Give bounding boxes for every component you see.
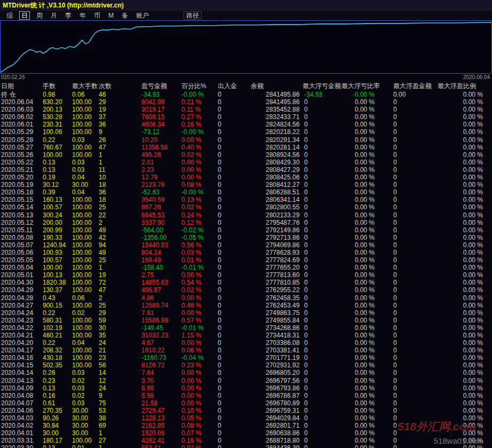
menu-item-季[interactable]: 季: [64, 12, 73, 19]
table-row[interactable]: 2020.06.03200.13100.00193019.170.11 %028…: [0, 106, 492, 113]
table-cell: 0: [304, 361, 308, 369]
table-cell: 2020.06.03: [1, 106, 33, 113]
table-cell: 0.00 %: [332, 106, 375, 113]
table-cell: 2802133.29: [266, 211, 299, 219]
table-row[interactable]: 2020.04.29130.37100.0047496.870.02 %0276…: [0, 286, 492, 294]
table-row[interactable]: 2020.05.14100.57100.0025667.260.02 %0280…: [0, 203, 492, 211]
menu-item-path[interactable]: 路径: [184, 11, 202, 20]
table-row[interactable]: 2020.04.27900.15100.002512589.740.46 %02…: [0, 302, 492, 309]
table-row[interactable]: 2020.05.280.220.032610.200.00 %02820291.…: [0, 136, 492, 144]
table-cell: 0: [218, 219, 221, 226]
table-cell: -1356.00: [141, 234, 166, 241]
table-row[interactable]: 2020.05.04100.00100.001-158.40-0.01 %027…: [0, 264, 492, 271]
table-row[interactable]: 2020.04.21460.21100.003531032.231.15 %02…: [0, 332, 492, 339]
table-row[interactable]: 2020.05.1930.1230.00182123.760.08 %02808…: [0, 181, 492, 188]
table-cell: 0.00 %: [440, 226, 483, 234]
table-row[interactable]: 2020.04.080.160.0295.980.00 %02696786.87…: [0, 392, 492, 399]
table-row[interactable]: 2020.04.070.610.037521.580.00 %02696780.…: [0, 399, 492, 407]
table-row[interactable]: 2020.05.01100.13100.00192.750.00 %027778…: [0, 271, 492, 279]
table-row[interactable]: 2020.04.15502.35100.00566126.720.23 %027…: [0, 361, 492, 369]
table-row[interactable]: 2020.06.04630.20100.00296042.980.21 %028…: [0, 98, 492, 106]
table-cell: 0: [218, 279, 221, 286]
table-row[interactable]: 2020.06.02530.28100.00377609.150.27 %028…: [0, 113, 492, 121]
menu-item-年[interactable]: 年: [78, 12, 88, 19]
table-row[interactable]: 2020.04.17208.32100.00211610.220.06 %027…: [0, 347, 492, 354]
table-cell: 0.04: [72, 339, 84, 347]
table-row[interactable]: 2020.05.12200.00100.0023337.900.12 %0279…: [0, 219, 492, 226]
table-row[interactable]: 2020.04.280.430.0624.860.00 %02762458.35…: [0, 294, 492, 302]
table-row[interactable]: 持 仓0.980.0646-34.93-0.00 %02841495.86-34…: [0, 91, 492, 98]
table-row[interactable]: 2020.05.06100.93100.0049804.240.03 %0277…: [0, 249, 492, 256]
table-cell: 0: [393, 106, 397, 113]
table-cell: 69: [99, 422, 106, 429]
table-row[interactable]: 2020.04.130.230.02123.700.00 %02696797.5…: [0, 377, 492, 384]
table-cell: 38: [99, 414, 106, 422]
table-cell: 100.00: [72, 256, 92, 264]
table-cell: 0.00 %: [181, 339, 201, 347]
table-cell: 0: [393, 211, 397, 219]
table-row[interactable]: 2020.03.31180.17100.00274282.410.16 %026…: [0, 437, 492, 444]
table-cell: 0.46 %: [181, 302, 201, 309]
table-row[interactable]: 2020.04.301820.38100.007214855.630.54 %0…: [0, 279, 492, 286]
table-row[interactable]: 2020.04.240.220.02297.910.00 %02749863.7…: [0, 309, 492, 317]
table-row[interactable]: 2020.05.15160.13100.00183540.590.13 %028…: [0, 196, 492, 203]
table-cell: 19: [99, 106, 106, 113]
menu-item-M[interactable]: M: [107, 12, 115, 19]
table-row[interactable]: 2020.05.200.190.041012.790.00 %02808425.…: [0, 174, 492, 181]
table-cell: -0.05 %: [181, 234, 203, 241]
menu-item-周[interactable]: 周: [35, 12, 44, 19]
table-cell: 0.00 %: [440, 286, 483, 294]
table-cell: 2020.04.01: [1, 429, 33, 437]
table-row[interactable]: 2020.04.140.260.03147.640.00 %02696805.2…: [0, 369, 492, 376]
table-cell: 0: [393, 264, 397, 271]
table-row[interactable]: 2020.05.210.130.03112.230.00 %02808427.2…: [0, 166, 492, 174]
menu-item-备[interactable]: 备: [120, 12, 130, 19]
table-row[interactable]: 2020.05.180.390.0436-52.63-0.00 %0280628…: [0, 188, 492, 196]
table-cell: 0.08 %: [181, 181, 201, 188]
table-cell: 0: [304, 211, 308, 219]
table-cell: 25: [99, 256, 106, 264]
table-row[interactable]: 2020.03.300.130.011553.410.02 %02684436.…: [0, 444, 492, 448]
table-row[interactable]: 2020.05.071240.94100.009415440.930.56 %0…: [0, 241, 492, 249]
table-row[interactable]: 2020.04.06270.3530.00532729.470.10 %0269…: [0, 407, 492, 414]
table-cell: 3.70: [141, 377, 154, 384]
table-row[interactable]: 2020.06.01230.31100.00364606.340.16 %028…: [0, 121, 492, 128]
menu-item-账户[interactable]: 账户: [134, 12, 150, 19]
table-row[interactable]: 2020.04.22102.19100.0030-149.45-0.01 %02…: [0, 324, 492, 332]
menu-item-月[interactable]: 月: [49, 12, 59, 19]
table-cell: 0.00 %: [440, 339, 483, 347]
table-cell: -0.02 %: [181, 226, 203, 234]
table-cell: 0.00 %: [440, 91, 483, 98]
menu-item-日[interactable]: 日: [19, 11, 30, 20]
table-cell: 2020.05.18: [1, 188, 33, 196]
table-row[interactable]: 2020.05.29100.06100.009-73.12-0.00 %0282…: [0, 128, 492, 136]
table-row[interactable]: 2020.04.23580.31100.005915586.980.57 %02…: [0, 317, 492, 324]
table-cell: 2692801.71: [266, 422, 299, 429]
table-row[interactable]: 2020.04.16430.18100.0023-1160.73-0.04 %0…: [0, 354, 492, 361]
table-cell: 0.40 %: [181, 144, 201, 151]
menu-item-综[interactable]: 综: [5, 12, 14, 19]
table-cell: 4.67: [141, 339, 154, 347]
table-cell: 30.00: [72, 429, 88, 437]
table-row[interactable]: 2020.05.08190.33100.0042-1356.00-0.05 %0…: [0, 234, 492, 241]
table-row[interactable]: 2020.05.27760.67100.004711356.580.40 %02…: [0, 144, 492, 151]
table-cell: 0: [218, 444, 221, 448]
table-row[interactable]: 2020.05.05100.57100.0025169.490.01 %0277…: [0, 256, 492, 264]
table-cell: 2020.05.21: [1, 166, 33, 174]
table-row[interactable]: 2020.05.11200.99100.0049-564.00-0.02 %02…: [0, 226, 492, 234]
table-row[interactable]: 2020.05.26100.00100.001495.260.02 %02808…: [0, 151, 492, 159]
table-cell: 2020.05.14: [1, 203, 33, 211]
table-cell: 0.06: [72, 294, 84, 302]
table-cell: 0.06: [72, 91, 84, 98]
table-cell: 2696805.20: [266, 369, 299, 376]
table-cell: 37: [99, 113, 106, 121]
table-cell: 0.11 %: [181, 106, 201, 113]
table-row[interactable]: 2020.04.090.130.03246.990.00 %02696793.8…: [0, 384, 492, 392]
menu-item-币[interactable]: 币: [92, 12, 102, 19]
table-cell: 0: [304, 144, 308, 151]
table-cell: 0.16: [43, 392, 55, 399]
table-row[interactable]: 2020.05.220.130.0312.010.00 %02808429.30…: [0, 159, 492, 166]
table-row[interactable]: 2020.04.200.220.04244.670.00 %02703386.0…: [0, 339, 492, 347]
table-row[interactable]: 2020.05.13300.24100.00226645.530.24 %028…: [0, 211, 492, 219]
table-cell: 0.00 %: [440, 203, 483, 211]
